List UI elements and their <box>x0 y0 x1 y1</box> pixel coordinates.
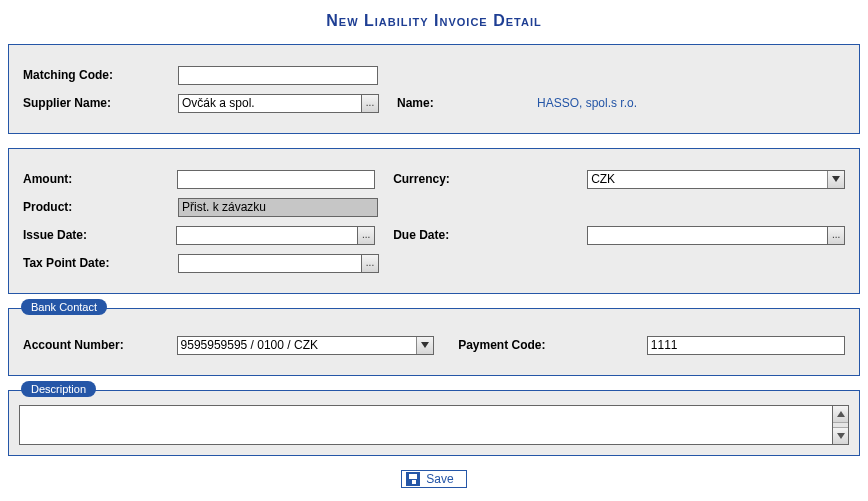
product-label: Product: <box>23 200 178 214</box>
supplier-picker-button[interactable]: ... <box>361 94 379 113</box>
section-identity: Matching Code: Supplier Name: ... Name: … <box>8 44 860 134</box>
issue-date-input[interactable] <box>176 226 358 245</box>
currency-select[interactable]: CZK <box>587 170 845 189</box>
issue-date-picker-button[interactable]: ... <box>357 226 375 245</box>
due-date-picker-button[interactable]: ... <box>827 226 845 245</box>
svg-marker-2 <box>837 411 845 417</box>
svg-marker-1 <box>421 342 429 348</box>
description-textarea[interactable] <box>19 405 833 445</box>
issue-date-label: Issue Date: <box>23 228 176 242</box>
scroll-up-icon[interactable] <box>833 406 848 423</box>
chevron-down-icon <box>827 171 844 188</box>
company-name-link[interactable]: HASSO, spol.s r.o. <box>537 96 637 110</box>
bank-contact-legend: Bank Contact <box>21 299 107 315</box>
svg-marker-0 <box>832 176 840 182</box>
account-number-label: Account Number: <box>23 338 177 352</box>
save-button-label: Save <box>426 472 453 486</box>
save-icon <box>406 472 420 486</box>
section-description: Description <box>8 390 860 456</box>
currency-label: Currency: <box>393 172 512 186</box>
scroll-down-icon[interactable] <box>833 427 848 444</box>
chevron-down-icon <box>416 337 433 354</box>
svg-marker-3 <box>837 433 845 439</box>
account-number-value: 9595959595 / 0100 / CZK <box>181 338 318 352</box>
save-button[interactable]: Save <box>401 470 466 488</box>
matching-code-label: Matching Code: <box>23 68 178 82</box>
tax-point-date-label: Tax Point Date: <box>23 256 178 270</box>
tax-point-date-picker-button[interactable]: ... <box>361 254 379 273</box>
matching-code-input[interactable] <box>178 66 378 85</box>
section-amounts: Amount: Currency: CZK Product: Issue Dat… <box>8 148 860 294</box>
scrollbar[interactable] <box>833 405 849 445</box>
section-bank-contact: Bank Contact Account Number: 9595959595 … <box>8 308 860 376</box>
description-legend: Description <box>21 381 96 397</box>
product-input <box>178 198 378 217</box>
supplier-name-input[interactable] <box>178 94 362 113</box>
payment-code-label: Payment Code: <box>458 338 597 352</box>
tax-point-date-input[interactable] <box>178 254 362 273</box>
currency-select-value: CZK <box>591 172 615 186</box>
name-label: Name: <box>397 96 497 110</box>
supplier-name-label: Supplier Name: <box>23 96 178 110</box>
due-date-input[interactable] <box>587 226 828 245</box>
due-date-label: Due Date: <box>393 228 512 242</box>
page-title: New Liability Invoice Detail <box>8 12 860 30</box>
payment-code-input[interactable] <box>647 336 845 355</box>
account-number-select[interactable]: 9595959595 / 0100 / CZK <box>177 336 435 355</box>
amount-input[interactable] <box>177 170 375 189</box>
amount-label: Amount: <box>23 172 177 186</box>
